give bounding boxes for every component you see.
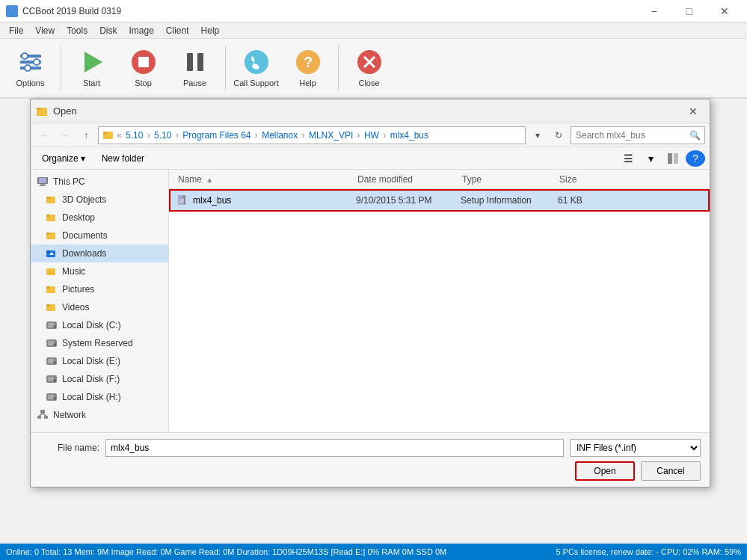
- sidebar-item-music[interactable]: ♫ Music: [31, 262, 168, 280]
- nav-up-button[interactable]: ↑: [77, 127, 95, 144]
- dialog-toolbar: Organize ▾ New folder ☰ ▾ ?: [31, 147, 710, 170]
- help-dialog-button[interactable]: ?: [686, 150, 705, 167]
- options-button[interactable]: Options: [6, 42, 55, 94]
- address-bar[interactable]: « 5.10 › 5.10 › Program Files 64 › Mella…: [98, 126, 526, 144]
- sidebar-item-local-disk-e[interactable]: Local Disk (E:): [31, 352, 168, 370]
- file-list-header: Name ▲ Date modified Type Size: [169, 170, 710, 189]
- svg-rect-43: [48, 323, 54, 327]
- sidebar-item-local-disk-h[interactable]: Local Disk (H:): [31, 388, 168, 406]
- sidebar-item-3d-objects[interactable]: 3D Objects: [31, 191, 168, 209]
- sort-name-icon: ▲: [206, 176, 213, 184]
- svg-point-3: [22, 53, 28, 59]
- dialog-main: This PC 3D Objects: [31, 170, 710, 432]
- sidebar-item-desktop[interactable]: Desktop: [31, 209, 168, 227]
- svg-point-5: [25, 65, 31, 71]
- nav-back-button[interactable]: ←: [35, 127, 53, 144]
- filetype-dropdown[interactable]: INF Files (*.inf): [570, 439, 701, 457]
- col-type-label: Type: [462, 174, 482, 185]
- svg-rect-28: [46, 197, 50, 199]
- pause-label: Pause: [183, 79, 206, 87]
- nav-forward-button[interactable]: →: [56, 127, 74, 144]
- toolbar-separator-3: [338, 46, 339, 90]
- sidebar-item-this-pc[interactable]: This PC: [31, 173, 168, 191]
- col-name-label: Name: [178, 174, 202, 185]
- dialog-sidebar: This PC 3D Objects: [31, 170, 169, 432]
- svg-text:♫: ♫: [49, 269, 53, 276]
- start-button[interactable]: Start: [67, 42, 116, 94]
- dialog-bottom: File name: INF Files (*.inf) Open Cancel: [31, 432, 710, 487]
- help-icon: ?: [295, 49, 322, 76]
- address-path: « 5.10 › 5.10 › Program Files 64 › Mella…: [117, 130, 430, 141]
- view-dropdown-button[interactable]: ▾: [641, 150, 660, 167]
- search-input[interactable]: [571, 126, 705, 144]
- sidebar-label-pictures: Pictures: [62, 284, 94, 295]
- downloads-folder-icon: [46, 247, 58, 259]
- sidebar-label-music: Music: [62, 266, 85, 277]
- sidebar-item-videos[interactable]: Videos: [31, 298, 168, 316]
- menu-view[interactable]: View: [29, 24, 61, 37]
- svg-rect-34: [46, 250, 50, 253]
- dialog-toolbar-right: ☰ ▾ ?: [618, 150, 705, 167]
- view-list-button[interactable]: ☰: [618, 150, 638, 167]
- maximize-button[interactable]: □: [672, 3, 706, 19]
- app-close-button[interactable]: ✕: [707, 3, 741, 19]
- toolbar-separator-1: [61, 46, 61, 90]
- svg-rect-52: [48, 377, 54, 381]
- menu-help[interactable]: Help: [195, 24, 226, 37]
- sidebar-item-downloads[interactable]: Downloads: [31, 244, 168, 262]
- pause-button[interactable]: Pause: [170, 42, 219, 94]
- cancel-button[interactable]: Cancel: [641, 461, 701, 481]
- open-button[interactable]: Open: [575, 461, 635, 481]
- toolbar-separator-2: [225, 46, 226, 90]
- svg-rect-41: [46, 304, 50, 307]
- organize-button[interactable]: Organize ▾: [35, 150, 92, 167]
- col-header-name[interactable]: Name ▲: [175, 174, 354, 185]
- menu-disk[interactable]: Disk: [93, 24, 123, 37]
- svg-rect-10: [197, 53, 203, 71]
- app-window: CCBoot 2019 Build 0319 − □ ✕ File View T…: [0, 0, 747, 560]
- menu-tools[interactable]: Tools: [61, 24, 93, 37]
- menu-client[interactable]: Client: [160, 24, 195, 37]
- new-folder-button[interactable]: New folder: [95, 150, 151, 167]
- file-row-mlx4-bus[interactable]: mlx4_bus 9/10/2015 5:31 PM Setup Informa…: [169, 189, 710, 212]
- filename-label: File name:: [40, 443, 99, 453]
- sidebar-item-documents[interactable]: Documents: [31, 227, 168, 244]
- svg-point-53: [54, 380, 56, 382]
- address-dropdown-button[interactable]: ▾: [529, 127, 547, 144]
- sidebar-item-network[interactable]: Network: [31, 406, 168, 424]
- col-header-date[interactable]: Date modified: [354, 174, 459, 185]
- status-bar: Online: 0 Total: 13 Mem: 9M Image Read: …: [0, 544, 747, 560]
- view-pane-button[interactable]: [663, 150, 683, 167]
- status-right: 5 PCs license, renew date: - CPU: 02% RA…: [556, 547, 741, 556]
- sidebar-label-desktop: Desktop: [62, 212, 95, 223]
- svg-marker-6: [84, 52, 102, 73]
- col-header-type[interactable]: Type: [459, 174, 556, 185]
- help-button[interactable]: ? Help: [283, 42, 332, 94]
- filename-input[interactable]: [105, 439, 564, 457]
- 3d-objects-icon: [46, 194, 58, 206]
- menu-image[interactable]: Image: [123, 24, 160, 37]
- disk-h-icon: [46, 391, 58, 403]
- refresh-button[interactable]: ↻: [550, 127, 568, 144]
- svg-rect-32: [46, 233, 50, 235]
- dialog-files: Name ▲ Date modified Type Size: [169, 170, 710, 432]
- call-support-label: Call Support: [233, 79, 279, 87]
- dialog-close-button[interactable]: ✕: [683, 103, 704, 120]
- sidebar-item-system-reserved[interactable]: System Reserved: [31, 334, 168, 352]
- sidebar-label-local-disk-f: Local Disk (F:): [62, 374, 120, 384]
- stop-button[interactable]: Stop: [119, 42, 167, 94]
- title-bar: CCBoot 2019 Build 0319 − □ ✕: [0, 0, 747, 22]
- minimize-button[interactable]: −: [637, 3, 671, 19]
- sidebar-item-pictures[interactable]: Pictures: [31, 280, 168, 298]
- col-header-size[interactable]: Size: [556, 174, 616, 185]
- sidebar-label-documents: Documents: [62, 230, 108, 241]
- disk-f-icon: [46, 373, 58, 385]
- sidebar-item-local-disk-f[interactable]: Local Disk (F:): [31, 370, 168, 388]
- call-support-button[interactable]: Call Support: [232, 42, 280, 94]
- app-title: CCBoot 2019 Build 0319: [22, 6, 121, 16]
- pictures-icon: [46, 283, 58, 295]
- close-button[interactable]: Close: [345, 42, 393, 94]
- menu-file[interactable]: File: [3, 24, 29, 37]
- sidebar-item-local-disk-c[interactable]: Local Disk (C:): [31, 316, 168, 334]
- close-icon: [356, 49, 383, 76]
